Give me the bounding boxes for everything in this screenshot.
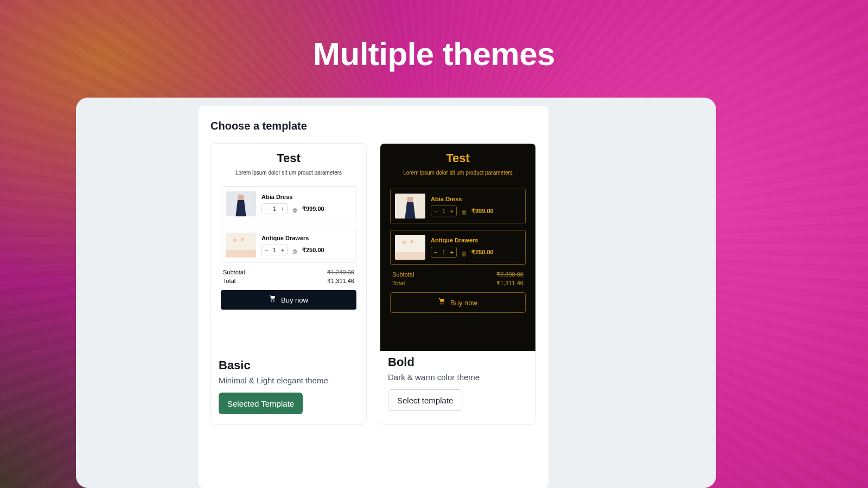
preview-title: Test — [380, 144, 535, 165]
product-thumbnail — [226, 191, 256, 216]
subtotal-label: Subtotal — [223, 269, 245, 276]
buy-now-button[interactable]: Buy now — [390, 292, 526, 313]
template-desc-bold: Dark & warm color theme — [388, 373, 528, 382]
template-title-bold: Bold — [388, 355, 528, 369]
qty-decrement[interactable]: − — [262, 245, 271, 255]
template-title-basic: Basic — [219, 358, 359, 373]
preview-title: Test — [211, 144, 366, 165]
buy-now-label: Buy now — [450, 299, 477, 307]
cart-item: Antique Drawers − 1 + ₹250.00 — [221, 228, 356, 262]
total-label: Total — [392, 280, 405, 287]
subtotal-label: Subtotal — [392, 271, 414, 278]
qty-decrement[interactable]: − — [431, 247, 440, 257]
product-thumbnail — [226, 233, 256, 258]
quantity-stepper[interactable]: − 1 + — [261, 203, 288, 214]
template-card-bold: Test Lorem ipsum dolor sit um product pa… — [380, 143, 536, 425]
trash-icon[interactable] — [461, 249, 467, 255]
cart-item: Abia Dress − 1 + ₹999.00 — [390, 189, 526, 223]
qty-increment[interactable]: + — [448, 247, 456, 257]
qty-increment[interactable]: + — [278, 204, 287, 214]
cart-icon — [269, 296, 277, 305]
quantity-stepper[interactable]: − 1 + — [431, 206, 457, 216]
product-price: ₹999.00 — [302, 206, 324, 213]
quantity-stepper[interactable]: − 1 + — [261, 245, 288, 255]
preview-subtitle: Lorem ipsum dolor sit um prouct paramete… — [211, 170, 366, 176]
selected-template-button[interactable]: Selected Template — [219, 393, 303, 414]
select-template-button[interactable]: Select template — [388, 389, 462, 411]
product-name: Abia Dress — [261, 194, 352, 200]
trash-icon[interactable] — [292, 206, 298, 212]
subtotal-value: ₹1,249.00 — [327, 269, 354, 276]
qty-value: 1 — [440, 249, 448, 255]
product-price: ₹250.00 — [471, 249, 494, 256]
choose-template-heading: Choose a template — [210, 120, 537, 132]
product-price: ₹250.00 — [302, 247, 324, 254]
qty-decrement[interactable]: − — [431, 206, 440, 216]
preview-basic: Test Lorem ipsum dolor sit um prouct par… — [211, 144, 366, 351]
qty-increment[interactable]: + — [448, 206, 456, 216]
qty-value: 1 — [271, 206, 278, 212]
template-chooser-card: Choose a template Test Lorem ipsum dolor… — [199, 106, 548, 488]
buy-now-button[interactable]: Buy now — [221, 290, 356, 310]
template-card-basic: Test Lorem ipsum dolor sit um prouct par… — [210, 143, 367, 425]
product-thumbnail — [395, 194, 425, 219]
product-price: ₹999.00 — [471, 208, 494, 215]
outer-panel: Choose a template Test Lorem ipsum dolor… — [76, 98, 716, 488]
quantity-stepper[interactable]: − 1 + — [431, 247, 457, 258]
preview-subtitle: Lorem ipsum dolor sit um product paramet… — [380, 170, 535, 176]
total-value: ₹1,311.46 — [496, 280, 524, 287]
qty-value: 1 — [440, 208, 448, 214]
trash-icon[interactable] — [292, 247, 298, 253]
qty-increment[interactable]: + — [278, 245, 287, 255]
subtotal-value: ₹2,300.00 — [496, 271, 524, 278]
hero-title: Multiple themes — [0, 35, 868, 73]
product-thumbnail — [395, 235, 425, 260]
product-name: Antique Drawers — [431, 237, 521, 243]
preview-bold: Test Lorem ipsum dolor sit um product pa… — [380, 144, 535, 351]
template-desc-basic: Minimal & Light elegant theme — [219, 376, 359, 385]
total-value: ₹1,311.46 — [327, 278, 354, 285]
cart-icon — [438, 298, 446, 307]
cart-item: Abia Dress − 1 + ₹999.00 — [221, 187, 356, 221]
total-label: Total — [223, 278, 235, 285]
product-name: Abia Dress — [431, 196, 521, 202]
trash-icon[interactable] — [461, 208, 467, 214]
cart-item: Antique Drawers − 1 + ₹250.00 — [390, 230, 526, 265]
qty-value: 1 — [271, 247, 278, 253]
qty-decrement[interactable]: − — [262, 204, 271, 214]
product-name: Antique Drawers — [261, 235, 352, 241]
buy-now-label: Buy now — [281, 296, 308, 304]
